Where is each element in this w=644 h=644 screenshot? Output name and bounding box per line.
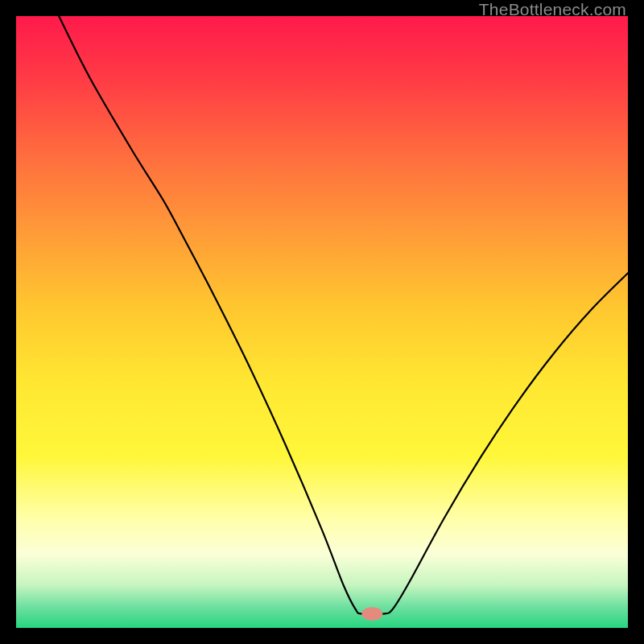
optimum-marker	[361, 607, 382, 621]
chart-frame	[16, 16, 628, 628]
bottleneck-chart	[16, 16, 628, 628]
watermark-text: TheBottleneck.com	[479, 0, 626, 19]
